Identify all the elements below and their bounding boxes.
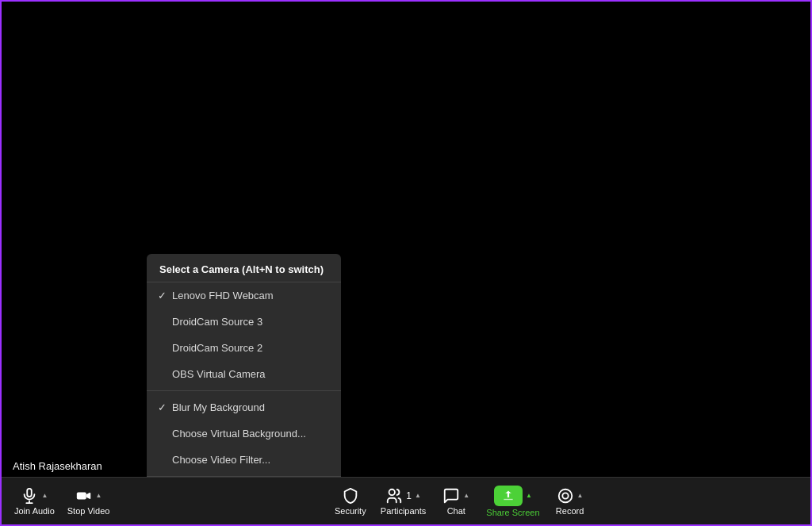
participants-button[interactable]: 1 ▲ Participants xyxy=(374,482,432,520)
menu-separator-1 xyxy=(147,390,341,391)
share-screen-button[interactable]: ▲ Share Screen xyxy=(480,482,546,520)
participants-chevron[interactable]: ▲ xyxy=(415,492,421,499)
chat-chevron[interactable]: ▲ xyxy=(463,492,469,499)
share-screen-icon xyxy=(501,489,515,503)
join-audio-button[interactable]: ▲ Join Audio xyxy=(8,484,61,519)
stop-video-button[interactable]: ▲ Stop Video xyxy=(61,484,117,519)
chat-icon xyxy=(442,487,460,505)
toolbar: ▲ Join Audio ▲ Stop Video Security xyxy=(2,477,810,524)
participants-count: 1 xyxy=(406,490,412,501)
video-area: Atish Rajasekharan Select a Camera (Alt+… xyxy=(2,2,810,480)
background-option-1[interactable]: Choose Virtual Background... xyxy=(147,420,341,447)
record-icon xyxy=(557,487,574,505)
share-screen-chevron[interactable]: ▲ xyxy=(526,492,532,499)
user-label: Atish Rajasekharan xyxy=(8,459,107,474)
record-label: Record xyxy=(556,506,584,516)
chat-label: Chat xyxy=(447,506,465,516)
stop-video-chevron[interactable]: ▲ xyxy=(96,492,102,499)
svg-point-4 xyxy=(389,489,395,494)
stop-video-label: Stop Video xyxy=(67,506,110,516)
share-screen-label: Share Screen xyxy=(486,508,539,517)
background-option-2[interactable]: Choose Video Filter... xyxy=(147,447,341,473)
svg-rect-0 xyxy=(28,488,33,496)
join-audio-chevron[interactable]: ▲ xyxy=(41,492,48,499)
shield-icon xyxy=(342,487,359,505)
security-button[interactable]: Security xyxy=(327,482,374,520)
svg-point-7 xyxy=(562,493,568,498)
record-button[interactable]: ▲ Record xyxy=(546,482,594,520)
menu-title: Select a Camera (Alt+N to switch) xyxy=(147,254,341,282)
microphone-icon xyxy=(21,487,38,505)
record-chevron[interactable]: ▲ xyxy=(577,492,584,499)
camera-option-3[interactable]: OBS Virtual Camera xyxy=(147,361,341,387)
svg-point-6 xyxy=(558,489,572,502)
video-icon xyxy=(75,487,93,505)
background-option-0[interactable]: Blur My Background xyxy=(147,394,341,420)
participants-icon xyxy=(385,487,403,505)
svg-rect-5 xyxy=(504,498,513,500)
security-label: Security xyxy=(335,506,366,516)
chat-button[interactable]: ▲ Chat xyxy=(432,482,480,520)
share-screen-icon-bg xyxy=(494,486,523,506)
participants-label: Participants xyxy=(381,506,426,516)
camera-option-2[interactable]: DroidCam Source 2 xyxy=(147,335,341,361)
camera-context-menu: Select a Camera (Alt+N to switch) Lenovo… xyxy=(147,254,341,509)
camera-option-0[interactable]: Lenovo FHD Webcam xyxy=(147,282,341,309)
svg-rect-3 xyxy=(76,492,86,499)
join-audio-label: Join Audio xyxy=(14,506,55,516)
camera-option-1[interactable]: DroidCam Source 3 xyxy=(147,309,341,335)
